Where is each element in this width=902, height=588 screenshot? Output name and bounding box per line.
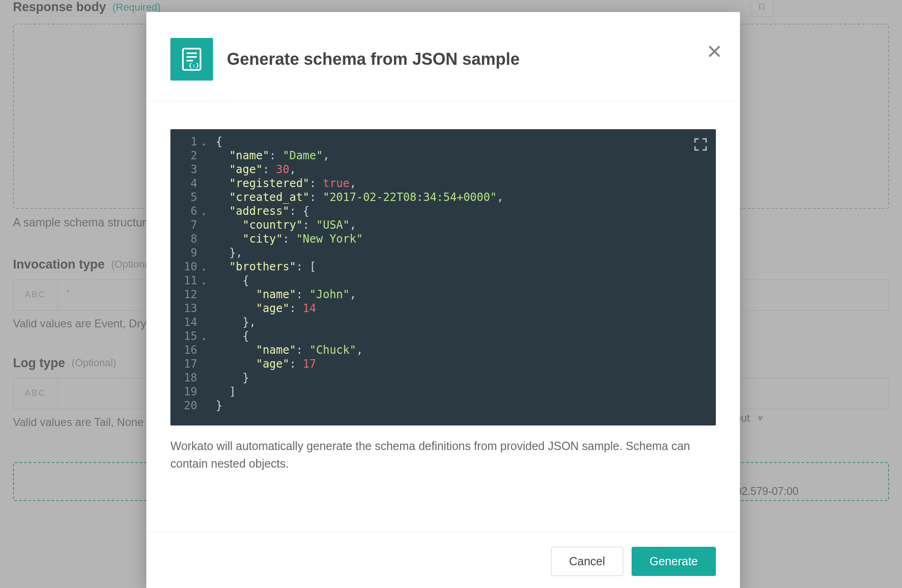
schema-doc-icon: {:} [170,38,213,81]
modal-footer: Cancel Generate [146,532,740,588]
modal-title: Generate schema from JSON sample [227,50,520,69]
generate-button[interactable]: Generate [632,547,716,576]
close-icon [708,44,721,58]
fold-gutter[interactable]: ▾▾▾▾▾ [202,131,216,413]
modal-header: {:} Generate schema from JSON sample [146,12,740,101]
line-gutter: 1234567891011121314151617181920 [170,131,202,413]
json-editor[interactable]: 1234567891011121314151617181920 ▾▾▾▾▾ { … [170,129,716,425]
generate-schema-modal: {:} Generate schema from JSON sample 123… [146,12,740,588]
code-content[interactable]: { "name": "Dame", "age": 30, "registered… [216,131,716,413]
modal-description: Workato will automatically generate the … [170,425,716,472]
close-button[interactable] [708,44,721,58]
expand-icon[interactable] [694,138,708,155]
svg-text:{:}: {:} [188,62,199,69]
modal-body: 1234567891011121314151617181920 ▾▾▾▾▾ { … [146,101,740,532]
cancel-button[interactable]: Cancel [551,547,623,576]
